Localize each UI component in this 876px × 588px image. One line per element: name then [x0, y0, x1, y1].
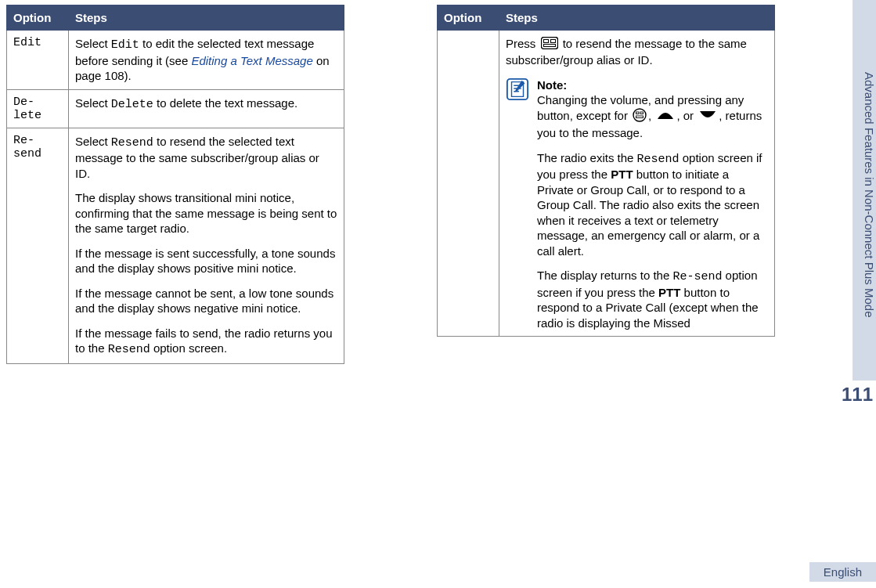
right-column: Option Steps Press to resend the message… [437, 5, 775, 364]
svg-rect-7 [640, 112, 643, 114]
note-label: Note: [537, 78, 567, 92]
text: , [648, 109, 654, 122]
table-row: Edit Select Edit to edit the selected te… [7, 31, 344, 90]
table-row: De-lete Select Delete to delete the text… [7, 89, 344, 128]
text: Select [75, 96, 111, 110]
steps-cell: Press to resend the message to the same … [499, 31, 775, 337]
svg-rect-1 [543, 39, 548, 42]
note-content: Note: Changing the volume, and pressing … [537, 78, 768, 331]
note-icon [506, 78, 529, 101]
text: Press [506, 37, 539, 50]
code-text: Resend [111, 136, 153, 150]
left-table: Option Steps Edit Select Edit to edit th… [6, 5, 344, 364]
svg-rect-2 [550, 39, 555, 42]
svg-rect-3 [543, 44, 555, 46]
text: to delete the text message. [153, 96, 297, 110]
text: The display shows transitional mini noti… [75, 190, 337, 236]
svg-point-5 [633, 109, 646, 121]
link-text[interactable]: Editing a Text Message [191, 54, 312, 67]
option-cell: Edit [7, 31, 69, 90]
ok-button-icon [633, 108, 647, 126]
text: The display returns to the [537, 269, 672, 282]
side-tab: Advanced Features in Non-Connect Plus Mo… [853, 0, 876, 381]
table-row: Re-send Select Resend to resend the sele… [7, 128, 344, 363]
code-text: Edit [111, 38, 139, 52]
language-label: English [809, 562, 876, 582]
text: If the message is sent successfully, a t… [75, 246, 337, 276]
down-button-icon [698, 109, 717, 124]
option-cell: De-lete [7, 89, 69, 128]
option-cell: Re-send [7, 128, 69, 363]
option-cell [438, 31, 499, 337]
steps-cell: Select Edit to edit the selected text me… [69, 31, 344, 90]
text: Select [75, 135, 111, 148]
th-option: Option [7, 5, 69, 31]
code-text: Resend [637, 153, 680, 166]
th-steps: Steps [69, 5, 344, 31]
right-table: Option Steps Press to resend the message… [437, 5, 775, 337]
steps-cell: Select Resend to resend the selected tex… [69, 128, 344, 363]
code-text: Re-send [672, 270, 722, 283]
note-box: Note: Changing the volume, and pressing … [506, 78, 768, 331]
code-text: Resend [108, 343, 150, 356]
steps-cell: Select Delete to delete the text message… [69, 89, 344, 128]
bold-text: PTT [611, 168, 633, 181]
text: Select [75, 37, 111, 50]
table-row: Press to resend the message to the same … [438, 31, 775, 337]
svg-rect-8 [636, 116, 643, 118]
text: If the message cannot be sent, a low ton… [75, 286, 337, 316]
svg-rect-6 [636, 112, 640, 114]
page-number: 111 [834, 384, 873, 406]
ok-button-icon [541, 37, 558, 53]
up-button-icon [656, 109, 675, 124]
left-column: Option Steps Edit Select Edit to edit th… [6, 5, 344, 364]
th-option: Option [438, 5, 499, 31]
text: button to initiate a Private or Group Ca… [537, 168, 759, 258]
text: option screen. [150, 341, 227, 355]
th-steps: Steps [499, 5, 775, 31]
text: , or [676, 109, 697, 122]
text: The radio exits the [537, 151, 637, 164]
code-text: Delete [111, 98, 153, 111]
bold-text: PTT [658, 286, 680, 299]
